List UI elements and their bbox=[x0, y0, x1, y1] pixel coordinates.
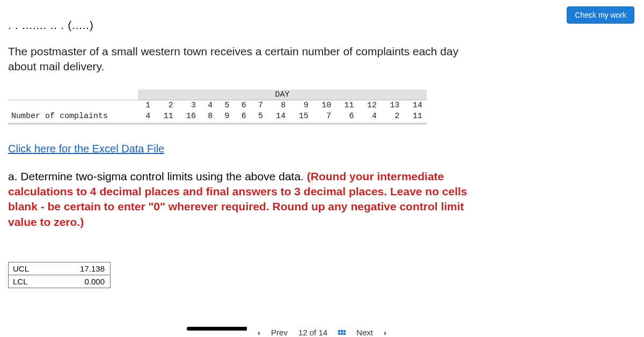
ucl-input[interactable]: 17.138 bbox=[60, 262, 111, 275]
check-my-work-button[interactable]: Check my work bbox=[567, 6, 634, 24]
chevron-right-icon[interactable]: › bbox=[384, 328, 386, 337]
question-lead: a. Determine two-sigma control limits us… bbox=[8, 170, 307, 182]
page-position: 12 of 14 bbox=[298, 328, 327, 337]
ucl-label: UCL bbox=[9, 262, 60, 275]
day-numbers-row: 123 456 789 101112 1314 bbox=[8, 100, 427, 111]
excel-data-file-link[interactable]: Click here for the Excel Data File bbox=[8, 143, 164, 155]
problem-title-truncated: . . ....... .. . (.....) bbox=[8, 19, 94, 32]
row-label: Number of complaints bbox=[8, 111, 138, 122]
data-table: DAY 123 456 789 101112 1314 Number of co… bbox=[8, 90, 427, 124]
complaints-row: Number of complaints 41116 896 51415 764… bbox=[8, 111, 427, 122]
pagination-bar: ‹ Prev 12 of 14 Next › bbox=[247, 327, 397, 337]
day-header: DAY bbox=[138, 90, 427, 100]
chevron-left-icon[interactable]: ‹ bbox=[258, 328, 260, 337]
grid-icon[interactable] bbox=[338, 330, 346, 335]
next-button[interactable]: Next bbox=[356, 328, 373, 337]
lcl-label: LCL bbox=[9, 275, 60, 288]
lcl-input[interactable]: 0.000 bbox=[60, 275, 111, 288]
answer-table: UCL 17.138 LCL 0.000 bbox=[8, 262, 111, 288]
problem-prompt: The postmaster of a small western town r… bbox=[8, 44, 486, 75]
question-a: a. Determine two-sigma control limits us… bbox=[8, 169, 480, 230]
prev-button[interactable]: Prev bbox=[271, 328, 288, 337]
